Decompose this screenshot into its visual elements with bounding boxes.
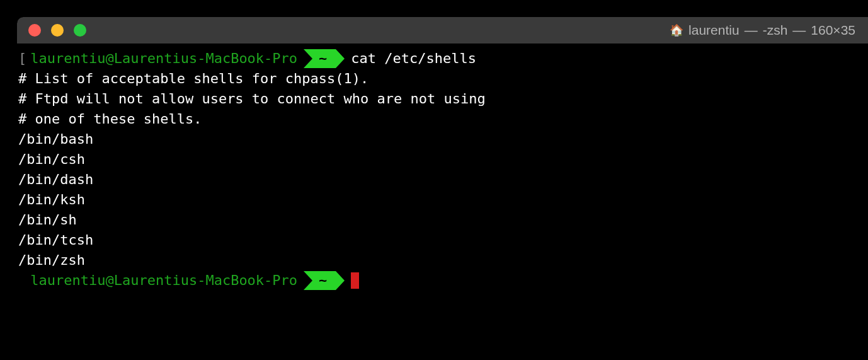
terminal-window: 🏠 laurentiu — -zsh — 160×35 [ laurentiu@… (17, 17, 868, 360)
prompt-indent (17, 270, 26, 291)
title-sep1: — (745, 23, 758, 38)
segment-arrow-out-icon (336, 49, 345, 68)
output-line: # Ftpd will not allow users to connect w… (17, 89, 486, 109)
segment-arrow-in-icon (304, 49, 312, 68)
output-line: /bin/dash (17, 170, 93, 190)
close-button[interactable] (28, 24, 41, 37)
output-line: /bin/sh (17, 210, 77, 230)
prompt-line-1: [ laurentiu@Laurentius-MacBook-Pro ~ cat… (17, 49, 868, 69)
cursor[interactable] (351, 272, 359, 289)
output-line: /bin/csh (17, 149, 85, 170)
traffic-lights (28, 24, 86, 37)
prompt-line-2: laurentiu@Laurentius-MacBook-Pro ~ (17, 270, 868, 291)
prompt-user-host: laurentiu@Laurentius-MacBook-Pro (26, 270, 297, 291)
command-text: cat /etc/shells (345, 49, 476, 69)
output-line: # one of these shells. (17, 109, 202, 129)
output-line: /bin/tcsh (17, 230, 93, 250)
prompt-segment: ~ (304, 49, 345, 68)
segment-arrow-in-icon (304, 271, 312, 290)
title-user: laurentiu (688, 23, 740, 38)
window-title: 🏠 laurentiu — -zsh — 160×35 (670, 23, 855, 38)
output-line: /bin/bash (17, 129, 93, 149)
output-line: /bin/ksh (17, 190, 85, 210)
title-shell: -zsh (763, 23, 788, 38)
output-line: # List of acceptable shells for chpass(1… (17, 69, 368, 89)
prompt-segment: ~ (304, 271, 345, 290)
title-dims: 160×35 (811, 23, 855, 38)
home-icon: 🏠 (670, 23, 683, 37)
minimize-button[interactable] (51, 24, 64, 37)
prompt-bracket: [ (17, 49, 26, 69)
prompt-user-host: laurentiu@Laurentius-MacBook-Pro (26, 49, 297, 69)
title-sep2: — (792, 23, 806, 38)
segment-arrow-out-icon (336, 271, 345, 290)
output-line: /bin/zsh (17, 250, 85, 270)
maximize-button[interactable] (74, 24, 86, 37)
titlebar: 🏠 laurentiu — -zsh — 160×35 (17, 17, 868, 44)
terminal-body[interactable]: [ laurentiu@Laurentius-MacBook-Pro ~ cat… (17, 44, 868, 291)
